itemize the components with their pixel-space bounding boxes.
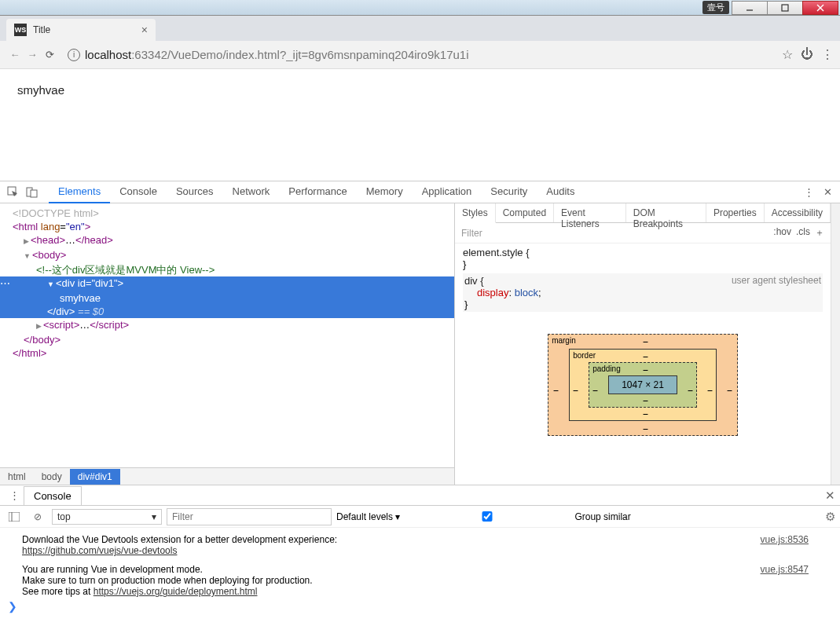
styles-tab-computed[interactable]: Computed [496, 203, 554, 222]
back-button[interactable]: ← [6, 46, 24, 64]
url-field[interactable]: i localhost:63342/VueDemo/index.html?_ij… [63, 44, 777, 66]
devtools-close-icon[interactable]: ✕ [818, 183, 837, 202]
tab-console[interactable]: Console [110, 181, 167, 203]
group-similar-checkbox[interactable] [405, 511, 570, 522]
inspect-icon[interactable] [3, 183, 22, 202]
elements-panel: <!DOCTYPE html> <html lang="en"> ▶<head>… [0, 203, 455, 485]
console-drawer: ⋮ Console ✕ ⊘ top▾ Default levels ▾ Grou… [0, 485, 840, 626]
dom-tree[interactable]: <!DOCTYPE html> <html lang="en"> ▶<head>… [0, 203, 454, 467]
cls-toggle[interactable]: .cls [796, 226, 810, 240]
svg-rect-7 [9, 512, 20, 522]
console-filter-input[interactable] [167, 508, 332, 525]
box-content-size: 1047 × 21 [608, 375, 677, 394]
tab-performance[interactable]: Performance [279, 181, 356, 203]
window-close-button[interactable] [802, 1, 838, 15]
tab-audits[interactable]: Audits [537, 181, 584, 203]
tab-application[interactable]: Application [413, 181, 482, 203]
add-rule-icon[interactable]: ＋ [815, 226, 824, 240]
styles-tab-properties[interactable]: Properties [706, 203, 765, 222]
tab-security[interactable]: Security [481, 181, 537, 203]
tab-memory[interactable]: Memory [357, 181, 413, 203]
browser-tab[interactable]: WS Title × [6, 19, 156, 41]
favicon-icon: WS [14, 24, 27, 36]
scrollbar[interactable] [831, 203, 840, 223]
bookmark-icon[interactable]: ☆ [782, 47, 793, 62]
forward-button[interactable]: → [24, 46, 41, 64]
power-icon[interactable]: ⏻ [801, 47, 813, 62]
breadcrumb: html body div#div1 [0, 467, 454, 485]
device-toggle-icon[interactable] [22, 183, 41, 202]
devtools: Elements Console Sources Network Perform… [0, 181, 840, 626]
svg-rect-6 [31, 190, 37, 197]
console-output[interactable]: vue.js:8536 Download the Vue Devtools ex… [0, 528, 840, 626]
devtools-header: Elements Console Sources Network Perform… [0, 181, 840, 203]
minimize-button[interactable] [732, 1, 768, 15]
selected-dom-node[interactable]: ⋯▼<div id="div1"> [0, 276, 454, 291]
console-sidebar-icon[interactable] [5, 507, 24, 526]
styles-tab-listeners[interactable]: Event Listeners [554, 203, 626, 222]
crumb-body[interactable]: body [34, 469, 70, 485]
clear-console-icon[interactable]: ⊘ [28, 507, 47, 526]
console-drawer-close-icon[interactable]: ✕ [825, 489, 835, 503]
console-source-link[interactable]: vue.js:8547 [761, 564, 809, 575]
console-settings-icon[interactable]: ⚙ [825, 510, 835, 524]
address-bar: ← → ⟳ i localhost:63342/VueDemo/index.ht… [0, 41, 840, 69]
tab-close-icon[interactable]: × [141, 24, 148, 36]
styles-panel: Styles Computed Event Listeners DOM Brea… [455, 203, 840, 485]
styles-filter-bar: Filter :hov .cls ＋ [455, 223, 831, 243]
tab-strip: WS Title × [0, 16, 840, 41]
tab-sources[interactable]: Sources [167, 181, 223, 203]
console-drawer-tab[interactable]: Console [24, 486, 82, 505]
devtools-menu-icon[interactable]: ⋮ [799, 183, 818, 202]
console-menu-icon[interactable]: ⋮ [5, 486, 24, 505]
group-similar-label: Group similar [574, 511, 630, 522]
ime-indicator: 壹号 [702, 1, 729, 14]
scrollbar[interactable] [831, 223, 840, 485]
context-select[interactable]: top▾ [52, 509, 162, 525]
style-rules[interactable]: element.style { } user agent stylesheet … [455, 243, 831, 318]
page-viewport: smyhvae [0, 69, 840, 181]
styles-filter-input[interactable]: Filter [461, 228, 482, 239]
console-toolbar: ⊘ top▾ Default levels ▾ Group similar ⚙ [0, 506, 840, 528]
windows-titlebar: 壹号 [0, 0, 840, 16]
console-source-link[interactable]: vue.js:8536 [761, 534, 809, 545]
page-content: smyhvae [17, 83, 64, 97]
maximize-button[interactable] [767, 1, 803, 15]
browser-window: WS Title × ← → ⟳ i localhost:63342/VueDe… [0, 16, 840, 626]
menu-icon[interactable]: ⋮ [821, 47, 834, 62]
crumb-html[interactable]: html [0, 469, 34, 485]
site-info-icon[interactable]: i [68, 49, 80, 61]
console-prompt[interactable]: ❯ [0, 599, 840, 614]
box-model: margin ‒ ‒ ‒ ‒ border ‒ ‒ ‒ ‒ [455, 318, 831, 441]
tab-title: Title [33, 24, 141, 35]
svg-rect-1 [782, 5, 788, 11]
styles-tab-accessibility[interactable]: Accessibility [765, 203, 831, 222]
devtools-tabs: Elements Console Sources Network Perform… [49, 181, 799, 203]
reload-button[interactable]: ⟳ [41, 46, 58, 64]
styles-tab-styles[interactable]: Styles [455, 203, 496, 223]
hov-toggle[interactable]: :hov [773, 226, 791, 240]
crumb-div[interactable]: div#div1 [70, 469, 120, 485]
styles-tab-breakpoints[interactable]: DOM Breakpoints [626, 203, 706, 222]
url-text: localhost:63342/VueDemo/index.html?_ijt=… [85, 48, 469, 61]
tab-network[interactable]: Network [223, 181, 280, 203]
tab-elements[interactable]: Elements [49, 181, 110, 203]
log-levels-select[interactable]: Default levels ▾ [336, 511, 400, 522]
